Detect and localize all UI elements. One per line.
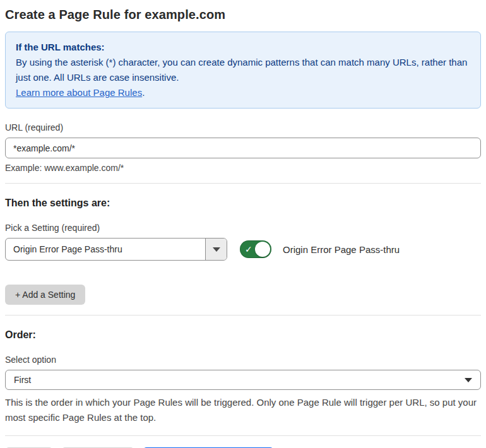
setting-row: Origin Error Page Pass-thru ✓ Origin Err… bbox=[5, 238, 481, 261]
toggle-label: Origin Error Page Pass-thru bbox=[283, 244, 400, 255]
setting-dropdown[interactable]: Origin Error Page Pass-thru bbox=[5, 238, 227, 261]
caret-down-icon bbox=[465, 378, 472, 382]
setting-toggle-group: ✓ Origin Error Page Pass-thru bbox=[240, 240, 400, 258]
info-box-body: By using the asterisk (*) character, you… bbox=[16, 55, 470, 85]
url-input[interactable] bbox=[5, 138, 481, 158]
order-helper-text: This is the order in which your Page Rul… bbox=[5, 395, 477, 425]
origin-error-toggle[interactable]: ✓ bbox=[240, 240, 271, 258]
toggle-knob bbox=[255, 242, 270, 257]
setting-dropdown-arrow-button[interactable] bbox=[205, 239, 227, 260]
select-option-label: Select option bbox=[5, 355, 481, 365]
chevron-down-icon bbox=[213, 247, 220, 252]
url-example-helper: Example: www.example.com/* bbox=[5, 163, 481, 173]
divider bbox=[5, 315, 481, 315]
divider bbox=[5, 435, 481, 436]
divider bbox=[5, 183, 481, 184]
info-box-heading: If the URL matches: bbox=[16, 40, 470, 55]
page-title: Create a Page Rule for example.com bbox=[5, 8, 481, 22]
url-match-info-box: If the URL matches: By using the asteris… bbox=[5, 32, 481, 109]
check-icon: ✓ bbox=[245, 245, 252, 254]
pick-setting-label: Pick a Setting (required) bbox=[5, 223, 481, 233]
link-period: . bbox=[142, 87, 145, 98]
info-box-link-line: Learn more about Page Rules. bbox=[16, 85, 470, 100]
add-setting-button[interactable]: + Add a Setting bbox=[5, 285, 85, 305]
setting-dropdown-value: Origin Error Page Pass-thru bbox=[6, 239, 205, 260]
url-field-label: URL (required) bbox=[5, 122, 481, 133]
learn-more-link[interactable]: Learn more about Page Rules bbox=[16, 87, 142, 98]
order-select[interactable]: First bbox=[5, 370, 481, 390]
order-select-value: First bbox=[14, 375, 31, 385]
order-section-heading: Order: bbox=[5, 329, 481, 341]
settings-section-heading: Then the settings are: bbox=[5, 197, 481, 209]
